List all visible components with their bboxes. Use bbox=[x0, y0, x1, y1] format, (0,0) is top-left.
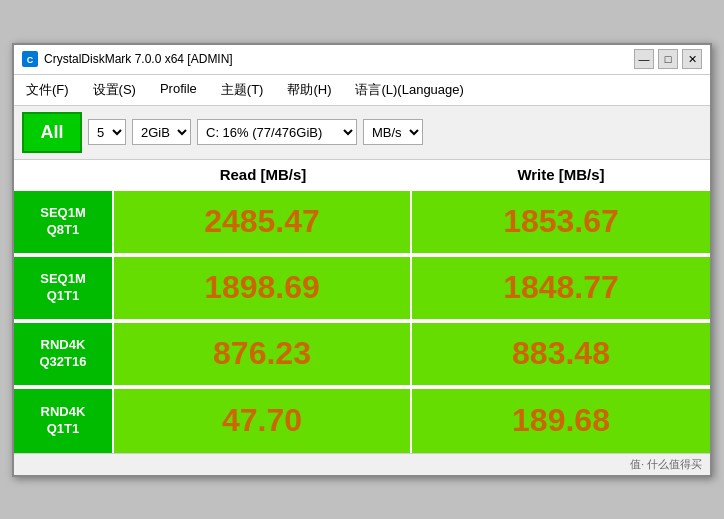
main-window: C CrystalDiskMark 7.0.0 x64 [ADMIN] — □ … bbox=[12, 43, 712, 477]
bench-read-1: 1898.69 bbox=[114, 257, 412, 321]
window-title: CrystalDiskMark 7.0.0 x64 [ADMIN] bbox=[44, 52, 233, 66]
minimize-button[interactable]: — bbox=[634, 49, 654, 69]
maximize-button[interactable]: □ bbox=[658, 49, 678, 69]
menu-item-s[interactable]: 设置(S) bbox=[89, 79, 140, 101]
title-bar: C CrystalDiskMark 7.0.0 x64 [ADMIN] — □ … bbox=[14, 45, 710, 75]
app-icon: C bbox=[22, 51, 38, 67]
bench-write-3: 189.68 bbox=[412, 389, 710, 453]
bench-write-2: 883.48 bbox=[412, 323, 710, 387]
size-select[interactable]: 2GiB bbox=[132, 119, 191, 145]
title-controls: — □ ✕ bbox=[634, 49, 702, 69]
svg-text:C: C bbox=[27, 55, 34, 65]
menu-item-h[interactable]: 帮助(H) bbox=[283, 79, 335, 101]
bench-row-0: SEQ1M Q8T1 2485.47 1853.67 bbox=[14, 189, 710, 255]
write-header: Write [MB/s] bbox=[412, 160, 710, 189]
count-select[interactable]: 5 bbox=[88, 119, 126, 145]
bench-label-3: RND4K Q1T1 bbox=[14, 389, 114, 453]
bench-row-3: RND4K Q1T1 47.70 189.68 bbox=[14, 387, 710, 453]
benchmark-content: Read [MB/s] Write [MB/s] SEQ1M Q8T1 2485… bbox=[14, 160, 710, 453]
read-header: Read [MB/s] bbox=[114, 160, 412, 189]
status-text: 值· 什么值得买 bbox=[630, 458, 702, 470]
bench-label-1: SEQ1M Q1T1 bbox=[14, 257, 114, 321]
menu-item-llanguage[interactable]: 语言(L)(Language) bbox=[351, 79, 467, 101]
menu-bar: 文件(F)设置(S)Profile主题(T)帮助(H)语言(L)(Languag… bbox=[14, 75, 710, 106]
header-empty bbox=[14, 160, 114, 189]
bench-read-3: 47.70 bbox=[114, 389, 412, 453]
title-bar-left: C CrystalDiskMark 7.0.0 x64 [ADMIN] bbox=[22, 51, 233, 67]
bench-label-0: SEQ1M Q8T1 bbox=[14, 191, 114, 255]
bench-read-0: 2485.47 bbox=[114, 191, 412, 255]
menu-item-f[interactable]: 文件(F) bbox=[22, 79, 73, 101]
unit-select[interactable]: MB/s bbox=[363, 119, 423, 145]
bench-header: Read [MB/s] Write [MB/s] bbox=[14, 160, 710, 189]
bench-write-1: 1848.77 bbox=[412, 257, 710, 321]
close-button[interactable]: ✕ bbox=[682, 49, 702, 69]
bench-row-2: RND4K Q32T16 876.23 883.48 bbox=[14, 321, 710, 387]
bench-write-0: 1853.67 bbox=[412, 191, 710, 255]
menu-item-t[interactable]: 主题(T) bbox=[217, 79, 268, 101]
all-button[interactable]: All bbox=[22, 112, 82, 153]
bench-label-2: RND4K Q32T16 bbox=[14, 323, 114, 387]
menu-item-profile[interactable]: Profile bbox=[156, 79, 201, 101]
bench-row-1: SEQ1M Q1T1 1898.69 1848.77 bbox=[14, 255, 710, 321]
drive-select[interactable]: C: 16% (77/476GiB) bbox=[197, 119, 357, 145]
bench-read-2: 876.23 bbox=[114, 323, 412, 387]
status-bar: 值· 什么值得买 bbox=[14, 453, 710, 475]
toolbar: All 5 2GiB C: 16% (77/476GiB) MB/s bbox=[14, 106, 710, 160]
